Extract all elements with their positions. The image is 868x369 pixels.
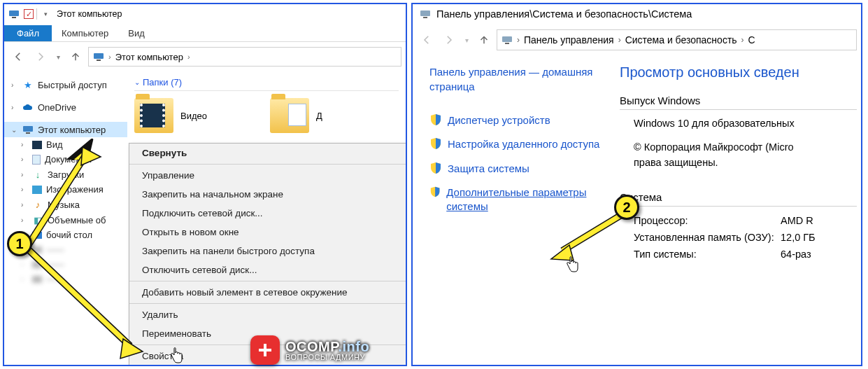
forward-button[interactable] bbox=[31, 47, 50, 67]
page-heading: Просмотр основных сведен bbox=[620, 64, 857, 81]
tree-quick-access[interactable]: ›★Быстрый доступ bbox=[4, 77, 127, 92]
tab-file[interactable]: Файл bbox=[4, 25, 52, 41]
tree-label: Быстрый доступ bbox=[38, 80, 107, 90]
up-button[interactable] bbox=[474, 30, 494, 50]
svg-line-8 bbox=[27, 151, 88, 248]
titlebar: ✓ ▾ Этот компьютер bbox=[4, 4, 406, 24]
link-device-manager[interactable]: Диспетчер устройств bbox=[429, 113, 613, 127]
up-button[interactable] bbox=[66, 47, 85, 67]
row-cpu: Процессор:AMD R bbox=[620, 212, 857, 229]
window-title: Этот компьютер bbox=[57, 9, 122, 19]
address-bar[interactable]: › Панель управления › Система и безопасн… bbox=[497, 29, 857, 50]
svg-rect-18 bbox=[259, 349, 271, 351]
chevron-right-icon[interactable]: › bbox=[108, 53, 111, 61]
chevron-right-icon[interactable]: › bbox=[187, 53, 190, 61]
svg-rect-11 bbox=[420, 11, 430, 16]
kv-key: Тип системы: bbox=[634, 249, 781, 260]
nav-toolbar: ▾ › Панель управления › Система и безопа… bbox=[413, 24, 861, 56]
shield-icon bbox=[429, 162, 442, 174]
pc-icon bbox=[8, 8, 20, 20]
ctx-open-new[interactable]: Открыть в новом окне bbox=[129, 223, 406, 242]
address-bar[interactable]: › Этот компьютер › bbox=[88, 47, 401, 67]
nav-toolbar: ▾ › Этот компьютер › bbox=[4, 42, 406, 71]
system-info: Просмотр основных сведен Выпуск Windows … bbox=[620, 64, 861, 263]
svg-rect-4 bbox=[23, 126, 33, 132]
annotation-callout-1: 1 bbox=[7, 231, 32, 256]
folder-icon bbox=[134, 98, 173, 133]
shield-icon bbox=[429, 186, 441, 198]
star-icon: ★ bbox=[22, 79, 34, 90]
ctx-manage[interactable]: Управление bbox=[129, 166, 406, 185]
copyright: © Корпорация Майкрософт (Micro bbox=[620, 139, 857, 155]
back-button[interactable] bbox=[8, 47, 28, 67]
tab-view[interactable]: Вид bbox=[118, 25, 155, 41]
annotation-callout-2: 2 bbox=[614, 195, 639, 220]
explorer-window: ✓ ▾ Этот компьютер Файл Компьютер Вид ▾ … bbox=[3, 3, 407, 366]
row-type: Тип системы:64-раз bbox=[620, 246, 857, 263]
link-remote[interactable]: Настройка удаленного доступа bbox=[429, 137, 613, 151]
folder-label: Д bbox=[316, 111, 322, 121]
row-ram: Установленная память (ОЗУ):12,0 ГБ bbox=[620, 229, 857, 246]
address-segment[interactable]: Этот компьютер bbox=[115, 52, 183, 62]
link-protection[interactable]: Защита системы bbox=[429, 162, 613, 176]
cp-home-link[interactable]: Панель управления — домашняя страница bbox=[429, 64, 613, 94]
ctx-collapse[interactable]: Свернуть bbox=[129, 144, 406, 162]
qat-dropdown-icon[interactable]: ▾ bbox=[40, 8, 51, 20]
shield-icon bbox=[429, 113, 442, 126]
ctx-delete[interactable]: Удалить bbox=[129, 305, 406, 324]
watermark-badge bbox=[250, 335, 280, 365]
crumb-system[interactable]: С bbox=[748, 34, 755, 46]
edition-value: Windows 10 для образовательных bbox=[620, 116, 857, 131]
ctx-disconnect[interactable]: Отключить сетевой диск... bbox=[129, 260, 406, 279]
crumb-cp[interactable]: Панель управления bbox=[524, 34, 614, 46]
svg-rect-2 bbox=[94, 53, 104, 59]
kv-key: Установленная память (ОЗУ): bbox=[634, 232, 781, 243]
pc-icon bbox=[22, 124, 34, 135]
forward-button[interactable] bbox=[439, 30, 459, 50]
callout-number: 2 bbox=[622, 200, 630, 216]
annotation-arrow bbox=[18, 241, 144, 360]
tab-computer[interactable]: Компьютер bbox=[52, 25, 118, 41]
tree-onedrive[interactable]: ›OneDrive bbox=[4, 99, 127, 115]
crumb-security[interactable]: Система и безопасность bbox=[625, 34, 737, 46]
folder-documents[interactable]: Д bbox=[270, 98, 322, 133]
address-pc-icon bbox=[93, 51, 104, 62]
kv-val: AMD R bbox=[781, 215, 813, 226]
folder-video[interactable]: Видео bbox=[134, 98, 207, 133]
ctx-pin-start[interactable]: Закрепить на начальном экране bbox=[129, 185, 406, 204]
ctx-map-drive[interactable]: Подключить сетевой диск... bbox=[129, 204, 406, 223]
kv-key: Процессор: bbox=[634, 215, 781, 226]
back-button[interactable] bbox=[417, 30, 436, 50]
window-title: Панель управления\Система и безопасность… bbox=[436, 8, 692, 20]
recent-dropdown[interactable]: ▾ bbox=[462, 30, 471, 50]
folder-icon bbox=[270, 98, 309, 133]
recent-dropdown[interactable]: ▾ bbox=[53, 47, 63, 67]
ribbon-tabs: Файл Компьютер Вид bbox=[4, 24, 406, 42]
svg-rect-3 bbox=[97, 60, 101, 61]
link-label: Диспетчер устройств bbox=[448, 113, 550, 127]
folder-label: Видео bbox=[180, 111, 207, 121]
watermark-text: OCOMP.info ВОПРОСЫ АДМИНУ bbox=[285, 340, 369, 361]
ctx-pin-quick[interactable]: Закрепить на панели быстрого доступа bbox=[129, 242, 406, 260]
titlebar: Панель управления\Система и безопасность… bbox=[413, 4, 861, 24]
tld: info bbox=[343, 339, 370, 354]
svg-rect-12 bbox=[423, 17, 427, 18]
group-header[interactable]: ⌄Папки (7) bbox=[134, 77, 399, 91]
pc-icon bbox=[420, 8, 431, 20]
section-edition: Выпуск Windows bbox=[620, 95, 857, 110]
callout-number: 1 bbox=[15, 236, 23, 252]
context-menu: Свернуть Управление Закрепить на начальн… bbox=[129, 143, 407, 366]
system-window: Панель управления\Система и безопасность… bbox=[411, 3, 862, 366]
svg-rect-1 bbox=[12, 17, 16, 18]
svg-rect-14 bbox=[505, 43, 509, 44]
tree-label: Этот компьютер bbox=[38, 125, 106, 135]
svg-rect-0 bbox=[9, 11, 19, 16]
ctx-add-network[interactable]: Добавить новый элемент в сетевое окружен… bbox=[129, 283, 406, 302]
qat-checkbox-icon[interactable]: ✓ bbox=[24, 9, 34, 19]
group-title: Папки (7) bbox=[143, 77, 182, 88]
hand-cursor-icon bbox=[565, 256, 579, 273]
svg-line-16 bbox=[562, 214, 622, 251]
hand-cursor-icon bbox=[169, 347, 183, 364]
tree-this-pc[interactable]: ⌄Этот компьютер bbox=[4, 122, 127, 137]
shield-icon bbox=[429, 137, 442, 150]
